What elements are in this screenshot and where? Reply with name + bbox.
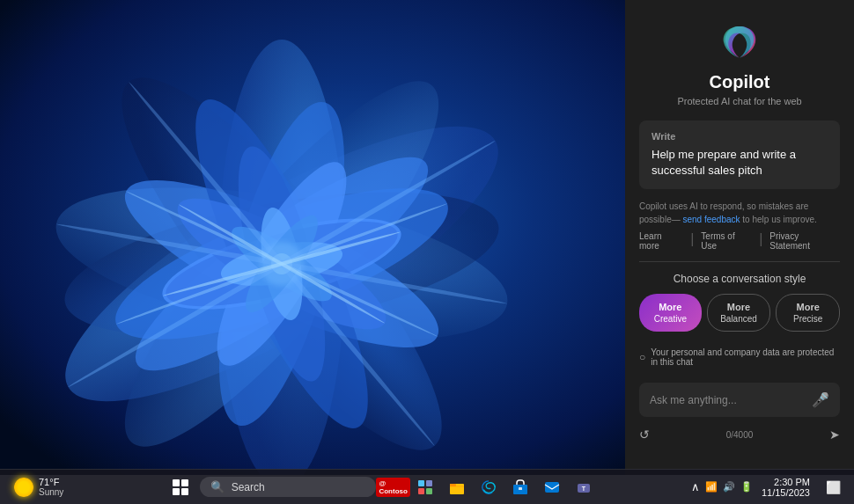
notification-icon[interactable]: ⬜: [819, 473, 847, 501]
copilot-title: Copilot: [710, 72, 770, 92]
creative-label: More: [659, 302, 681, 312]
divider: [639, 261, 840, 262]
battery-icon[interactable]: 🔋: [740, 481, 753, 493]
chat-input-placeholder: Ask me anything...: [650, 394, 812, 406]
taskbar-left: 71°F Sunny: [0, 473, 70, 500]
protection-text: Your personal and company data are prote…: [651, 347, 840, 367]
style-title: Choose a conversation style: [639, 273, 840, 285]
balanced-sublabel: Balanced: [711, 314, 767, 324]
chat-input-area: Ask me anything... 🎤: [625, 377, 854, 422]
svg-rect-37: [519, 487, 522, 490]
shield-icon: ○: [639, 351, 645, 363]
svg-rect-33: [426, 488, 432, 494]
search-icon: 🔍: [210, 480, 225, 493]
send-icon[interactable]: ➤: [829, 427, 840, 442]
style-buttons: More Creative More Balanced More Precise: [639, 294, 840, 332]
disclaimer-suffix: to help us improve.: [742, 215, 817, 224]
system-tray: ∧ 📶 🔊 🔋: [691, 480, 753, 493]
copilot-subtitle: Protected AI chat for the web: [677, 96, 801, 106]
desktop-wallpaper: [0, 0, 643, 475]
weather-widget[interactable]: 71°F Sunny: [7, 473, 70, 500]
chat-input-box[interactable]: Ask me anything... 🎤: [639, 383, 840, 417]
svg-rect-35: [450, 484, 456, 486]
protection-notice: ○ Your personal and company data are pro…: [625, 340, 854, 374]
weather-condition: Sunny: [39, 487, 63, 497]
disclaimer-text: Copilot uses AI to respond, so mistakes …: [639, 200, 840, 226]
widgets-icon[interactable]: [411, 473, 439, 501]
outlook-icon[interactable]: [538, 473, 566, 501]
char-count: 0/4000: [726, 430, 754, 440]
volume-icon[interactable]: 🔊: [723, 481, 735, 493]
precise-label: More: [797, 302, 820, 312]
copilot-logo-icon: [718, 21, 761, 63]
svg-rect-31: [426, 480, 432, 486]
contoso-label: @ Contoso: [376, 478, 409, 497]
weather-info: 71°F Sunny: [39, 477, 63, 497]
suggestion-text: Help me prepare and write a successful s…: [652, 147, 828, 179]
taskbar: 71°F Sunny 🔍 Search @ Contoso: [0, 469, 854, 504]
copilot-panel: Copilot Protected AI chat for the web Wr…: [625, 0, 854, 475]
file-explorer-icon[interactable]: [443, 473, 471, 501]
privacy-link[interactable]: Privacy Statement: [769, 231, 840, 251]
svg-rect-38: [545, 482, 559, 493]
suggestion-label: Write: [652, 131, 828, 142]
style-creative-button[interactable]: More Creative: [639, 294, 702, 332]
chat-footer: ↺ 0/4000 ➤: [625, 422, 854, 447]
taskbar-right: ∧ 📶 🔊 🔋 2:30 PM 11/15/2023 ⬜: [691, 473, 854, 501]
copilot-header: Copilot Protected AI chat for the web: [625, 0, 854, 121]
balanced-label: More: [727, 302, 750, 312]
search-bar[interactable]: 🔍 Search: [200, 477, 376, 497]
mic-icon[interactable]: 🎤: [812, 391, 829, 408]
start-button[interactable]: [165, 471, 196, 503]
edge-icon[interactable]: [475, 473, 503, 501]
refresh-icon[interactable]: ↺: [639, 427, 650, 442]
search-text: Search: [232, 481, 265, 493]
style-balanced-button[interactable]: More Balanced: [707, 294, 771, 332]
clock-time: 2:30 PM: [762, 477, 810, 487]
suggestion-card[interactable]: Write Help me prepare and write a succes…: [639, 121, 840, 189]
precise-sublabel: Precise: [780, 314, 836, 324]
chevron-up-icon[interactable]: ∧: [691, 480, 700, 493]
clock-date: 11/15/2023: [762, 487, 810, 498]
svg-rect-32: [418, 488, 424, 494]
disclaimer-links: Learn more | Terms of Use | Privacy Stat…: [639, 231, 840, 251]
teams-icon[interactable]: T: [570, 473, 598, 501]
creative-sublabel: Creative: [643, 314, 698, 324]
style-precise-button[interactable]: More Precise: [776, 294, 840, 332]
svg-rect-30: [418, 480, 424, 486]
disclaimer-section: Copilot uses AI to respond, so mistakes …: [625, 189, 854, 251]
learn-more-link[interactable]: Learn more: [639, 231, 683, 251]
windows-logo-icon: [173, 479, 188, 495]
svg-text:T: T: [582, 486, 586, 492]
style-section: Choose a conversation style More Creativ…: [625, 273, 854, 332]
weather-temp: 71°F: [39, 477, 63, 487]
clock[interactable]: 2:30 PM 11/15/2023: [756, 475, 815, 500]
taskbar-center: 🔍 Search @ Contoso: [70, 471, 691, 503]
terms-link[interactable]: Terms of Use: [701, 231, 752, 251]
network-icon[interactable]: 📶: [705, 481, 718, 493]
microsoft-store-icon[interactable]: [506, 473, 534, 501]
weather-sun-icon: [14, 478, 33, 497]
send-feedback-link[interactable]: send feedback: [682, 215, 740, 224]
contoso-icon[interactable]: @ Contoso: [379, 473, 408, 501]
